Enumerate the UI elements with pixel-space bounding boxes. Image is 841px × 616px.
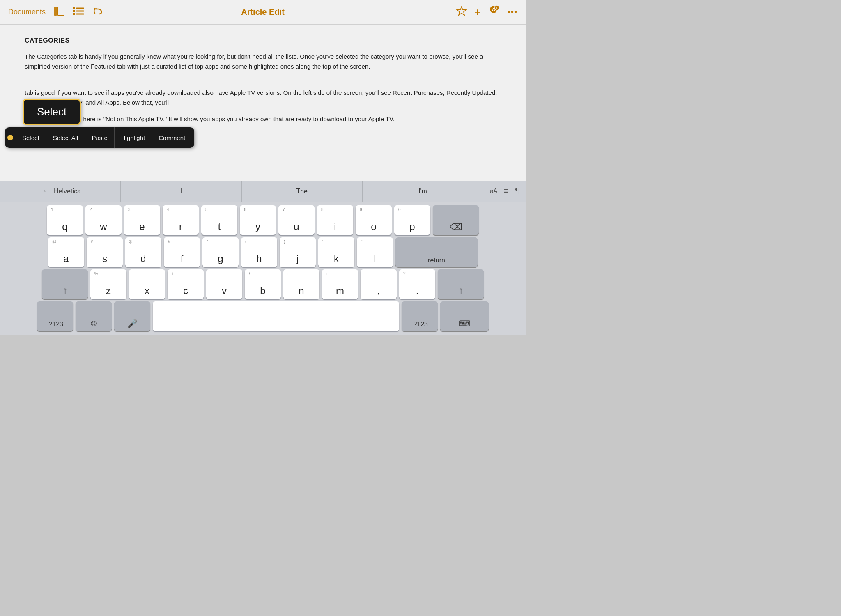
context-select-all[interactable]: Select All [46,127,85,148]
pin-icon[interactable] [456,6,467,19]
svg-point-3 [73,10,75,12]
suggestion-tab[interactable]: →| Helvetica [0,181,121,202]
suggestion-word1[interactable]: I [121,181,241,202]
list-icon[interactable] [73,7,84,18]
key-f[interactable]: & f [164,237,200,267]
key-comma[interactable]: ! , [361,269,397,299]
key-e[interactable]: 3 e [124,205,160,235]
key-k[interactable]: ' k [318,237,354,267]
key-row-3: ⇧ % z - x + c = v / b ; [2,269,524,299]
key-emoji[interactable]: ☺ [76,301,112,331]
suggestion-word2[interactable]: The [242,181,363,202]
undo-icon[interactable] [92,7,103,18]
suggestion-word3[interactable]: I'm [363,181,483,202]
key-n[interactable]: ; n [283,269,319,299]
align-icon[interactable]: ≡ [504,186,509,196]
key-w[interactable]: 2 w [85,205,122,235]
right-icons: aA ≡ ¶ [483,186,526,196]
key-d[interactable]: $ d [125,237,161,267]
key-m[interactable]: : m [322,269,358,299]
key-row-2: @ a # s $ d & f * g ( h [2,237,524,267]
key-period[interactable]: ? . [399,269,435,299]
nav-right: + A + ••• [456,5,517,19]
content-area: CATEGORIES The Categories tab is handy i… [0,25,526,181]
svg-rect-0 [54,7,57,16]
context-highlight[interactable]: Highlight [115,127,152,148]
svg-point-2 [73,7,75,9]
page-title: Article Edit [241,7,285,16]
context-menu: Select Select All Paste Highlight Commen… [5,127,194,148]
key-microphone[interactable]: 🎤 [114,301,150,331]
key-shift-left[interactable]: ⇧ [42,269,88,299]
svg-rect-5 [76,7,84,9]
key-v[interactable]: = v [206,269,242,299]
key-u[interactable]: 7 u [278,205,315,235]
add-icon[interactable]: + [474,6,480,18]
key-o[interactable]: 9 o [356,205,392,235]
select-popup[interactable]: Select [23,99,81,125]
suggestion-format-icons: aA ≡ ¶ [483,181,526,202]
key-h[interactable]: ( h [241,237,277,267]
context-select[interactable]: Select [16,127,46,148]
user-icon[interactable]: A + [488,5,500,19]
key-p[interactable]: 0 p [394,205,430,235]
key-shift-right[interactable]: ⇧ [438,269,484,299]
key-space[interactable] [153,301,399,331]
key-c[interactable]: + c [168,269,204,299]
key-s[interactable]: # s [87,237,123,267]
key-l[interactable]: " l [357,237,393,267]
tab-icon: →| [39,187,49,195]
suggestion-bar: →| Helvetica I The I'm aA ≡ ¶ [0,181,526,202]
key-i[interactable]: 8 i [317,205,353,235]
documents-link[interactable]: Documents [8,8,46,16]
key-num-mode-right[interactable]: .?123 [402,301,438,331]
context-paste[interactable]: Paste [85,127,114,148]
sidebar-icon[interactable] [54,7,64,18]
key-x[interactable]: - x [129,269,165,299]
nav-bar: Documents Article [0,0,526,25]
key-b[interactable]: / b [245,269,281,299]
key-a[interactable]: @ a [48,237,84,267]
context-comment[interactable]: Comment [152,127,192,148]
key-q[interactable]: 1 q [47,205,83,235]
content-heading: CATEGORIES [25,37,501,44]
svg-rect-7 [76,13,84,14]
pilcrow-icon[interactable]: ¶ [515,187,519,195]
context-menu-dot [7,135,13,140]
aa-icon[interactable]: aA [490,188,497,195]
key-num-mode-left[interactable]: .?123 [37,301,73,331]
content-paragraph-2: tab is good if you want to see if apps y… [25,88,501,108]
key-y[interactable]: 6 y [240,205,276,235]
key-r[interactable]: 4 r [163,205,199,235]
svg-rect-6 [76,10,84,11]
nav-left: Documents [8,7,103,18]
key-row-4: .?123 ☺ 🎤 .?123 ⌨ [2,301,524,331]
keyboard-area: →| Helvetica I The I'm aA ≡ ¶ 1 q [0,181,526,335]
key-j[interactable]: ) j [280,237,316,267]
key-rows: 1 q 2 w 3 e 4 r 5 t 6 y [0,202,526,335]
font-label: Helvetica [54,188,81,195]
key-hide-keyboard[interactable]: ⌨ [440,301,489,331]
content-paragraph-1: The Categories tab is handy if you gener… [25,52,501,71]
key-delete[interactable]: ⌫ [433,205,479,235]
key-z[interactable]: % z [90,269,126,299]
key-row-1: 1 q 2 w 3 e 4 r 5 t 6 y [2,205,524,235]
svg-point-4 [73,13,75,15]
svg-text:+: + [496,6,498,10]
svg-rect-1 [58,7,64,16]
content-paragraph-3: The most useful field here is "Not on Th… [25,114,501,124]
key-t[interactable]: 5 t [201,205,237,235]
more-icon[interactable]: ••• [508,7,517,17]
key-return[interactable]: return [395,237,478,267]
key-g[interactable]: * g [202,237,239,267]
nav-center: Article Edit [241,7,285,17]
